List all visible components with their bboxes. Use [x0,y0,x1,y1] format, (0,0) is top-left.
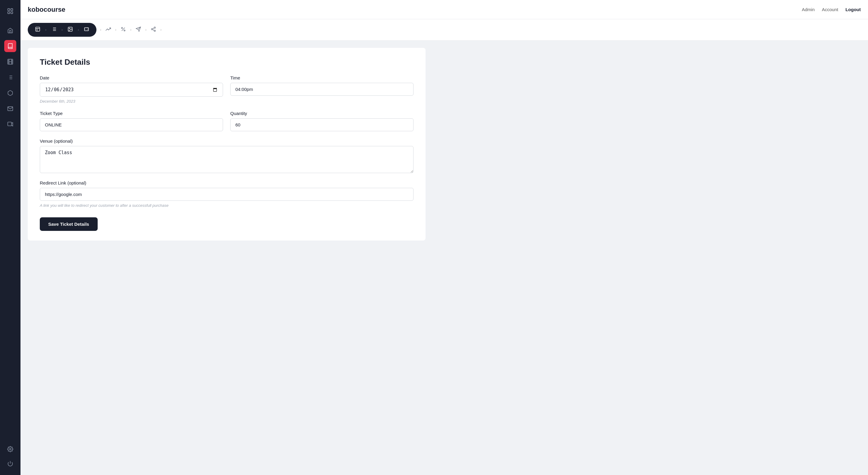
svg-rect-3 [11,12,13,13]
arrow-1: › [44,28,48,32]
wizard-step-ticket[interactable] [82,25,92,34]
quantity-group: Quantity [230,111,413,131]
venue-label: Venue (optional) [40,138,413,144]
redirect-label: Redirect Link (optional) [40,180,413,185]
logo: kobocourse [28,6,802,13]
wizard-active-steps: › › › [28,23,96,37]
arrow-8: › [159,28,163,32]
date-time-row: Date December 6th, 2023 Time [40,75,413,104]
form-card: Ticket Details Date December 6th, 2023 T… [28,48,426,240]
wizard-step-details[interactable] [33,25,43,34]
topnav-links: Admin Account Logout [802,7,861,12]
arrow-4: › [99,28,102,32]
share-icon [148,25,159,34]
discount-icon [118,25,129,34]
date-group: Date December 6th, 2023 [40,75,223,104]
quantity-input[interactable] [230,118,413,131]
date-note: December 6th, 2023 [40,99,223,104]
sidebar-item-list[interactable] [4,71,16,83]
svg-line-19 [153,30,154,30]
wizard-bar: › › › › [21,19,868,41]
svg-rect-2 [8,12,10,13]
time-label: Time [230,75,413,80]
svg-point-10 [69,28,70,29]
sidebar-item-book[interactable] [4,40,16,52]
arrow-6: › [129,28,133,32]
details-icon [33,25,43,34]
redirect-input[interactable] [40,188,413,201]
wizard-step-invite[interactable] [133,25,144,34]
date-input[interactable] [40,83,223,97]
redirect-hint: A link you will like to redirect your cu… [40,203,413,208]
admin-link[interactable]: Admin [802,7,815,12]
sidebar-item-film[interactable] [4,56,16,68]
sidebar [0,0,21,475]
arrow-5: › [114,28,118,32]
venue-input[interactable] [40,146,413,173]
svg-rect-8 [36,27,40,31]
account-link[interactable]: Account [822,7,838,12]
wizard-step-discount[interactable] [118,25,129,34]
sidebar-item-mail[interactable] [4,103,16,115]
svg-point-13 [124,30,125,31]
date-label: Date [40,75,223,80]
arrow-7: › [144,28,148,32]
ticket-type-label: Ticket Type [40,111,223,116]
svg-line-20 [153,28,154,29]
ticket-type-group: Ticket Type [40,111,223,131]
wizard-inactive-steps: › › › › [96,25,861,34]
arrow-2: › [60,28,64,32]
invite-icon [133,25,144,34]
time-input[interactable] [230,83,413,96]
redirect-group: Redirect Link (optional) A link you will… [40,180,413,208]
svg-point-18 [154,30,156,32]
svg-point-17 [151,29,153,30]
content-area: Ticket Details Date December 6th, 2023 T… [21,41,868,475]
svg-point-12 [121,27,123,29]
svg-line-11 [122,28,125,31]
svg-rect-1 [11,9,13,10]
ticket-icon [82,25,92,34]
form-title: Ticket Details [40,58,413,67]
svg-rect-5 [8,122,12,126]
sidebar-item-settings[interactable] [4,443,16,455]
wizard-step-stats[interactable] [102,25,114,34]
topnav: kobocourse Admin Account Logout [21,0,868,19]
ticket-type-input[interactable] [40,118,223,131]
main-area: kobocourse Admin Account Logout › › [21,0,868,475]
save-ticket-button[interactable]: Save Ticket Details [40,217,98,231]
stats-icon [102,25,114,34]
outline-icon [49,25,59,34]
logo-text1: kobo [28,6,44,13]
logo-text2: course [44,6,65,13]
type-quantity-row: Ticket Type Quantity [40,111,413,131]
media-icon [65,25,75,34]
sidebar-item-home[interactable] [4,24,16,36]
wizard-step-media[interactable] [65,25,75,34]
venue-group: Venue (optional) [40,138,413,173]
time-group: Time [230,75,413,104]
svg-point-16 [154,27,156,29]
grid-icon[interactable] [4,5,17,19]
wizard-step-outline[interactable] [49,25,59,34]
sidebar-item-power[interactable] [4,457,16,470]
sidebar-item-box[interactable] [4,87,16,99]
quantity-label: Quantity [230,111,413,116]
svg-rect-0 [8,9,10,10]
sidebar-item-video[interactable] [4,118,16,130]
arrow-3: › [76,28,80,32]
wizard-step-share[interactable] [148,25,159,34]
logout-link[interactable]: Logout [845,7,861,12]
svg-point-6 [10,448,11,450]
